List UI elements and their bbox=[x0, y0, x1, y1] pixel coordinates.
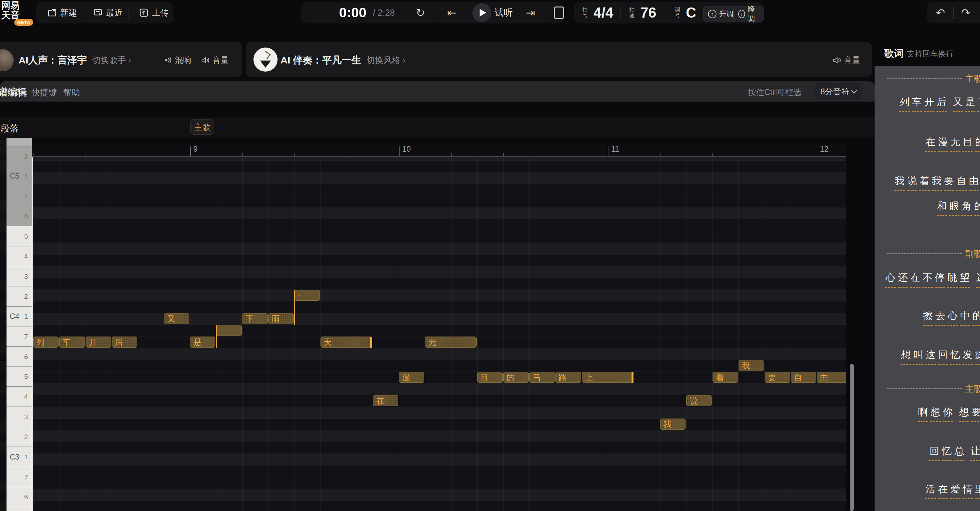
accomp-avatar[interactable] bbox=[253, 48, 278, 72]
note[interactable]: 是 bbox=[190, 336, 215, 348]
lyrics-line[interactable]: 活在爱情里 bbox=[925, 483, 980, 499]
go-to-start-button[interactable]: ⇤ bbox=[447, 2, 457, 24]
piano-black-key[interactable] bbox=[0, 361, 6, 373]
note[interactable]: - bbox=[294, 290, 320, 301]
piano-black-key[interactable] bbox=[0, 240, 6, 253]
lyrics-line[interactable]: 和眼角的 bbox=[937, 199, 980, 216]
redo-button[interactable]: ↷ bbox=[961, 2, 970, 24]
piano-key-7[interactable]: 7 bbox=[6, 467, 32, 487]
piano-key-5[interactable]: 5 bbox=[6, 367, 32, 387]
piano-key-partial[interactable] bbox=[6, 507, 32, 511]
measure-ruler[interactable]: 9101112 bbox=[32, 145, 846, 157]
piano-black-key[interactable] bbox=[0, 501, 6, 511]
section-tag-verse[interactable]: 主歌 bbox=[190, 119, 214, 135]
new-button[interactable]: 新建 bbox=[47, 2, 77, 24]
piano-black-key[interactable] bbox=[0, 441, 6, 453]
note[interactable]: 后 bbox=[111, 336, 137, 348]
piano-black-key[interactable] bbox=[0, 380, 6, 393]
piano-key-7[interactable]: 7 bbox=[6, 186, 32, 206]
piano-key-2[interactable]: 2 bbox=[6, 146, 32, 166]
note[interactable]: 下 bbox=[242, 313, 268, 324]
note[interactable]: 列 bbox=[33, 336, 59, 348]
go-to-end-button[interactable]: ⇥ bbox=[526, 2, 535, 24]
note[interactable]: 要 bbox=[765, 372, 790, 383]
note[interactable]: 自 bbox=[791, 372, 816, 383]
piano-black-key[interactable] bbox=[0, 341, 6, 353]
recent-button[interactable]: 最近 bbox=[93, 2, 123, 24]
note[interactable]: 目 bbox=[477, 372, 503, 383]
piano-key-2[interactable]: 2 bbox=[6, 287, 32, 307]
piano-key-5[interactable]: 5 bbox=[6, 226, 32, 247]
note-length-dropdown[interactable]: 8分音符 bbox=[815, 83, 862, 100]
lyrics-line[interactable]: 回忆总让 bbox=[929, 444, 980, 461]
lyrics-line[interactable]: 想叫这回忆发疯 bbox=[900, 348, 980, 365]
lyrics-line[interactable]: 擦去心中的 bbox=[923, 309, 980, 326]
note[interactable]: 在 bbox=[373, 395, 398, 406]
note[interactable]: 上 bbox=[582, 372, 633, 383]
note[interactable]: 由 bbox=[817, 372, 846, 383]
piano-key-C4[interactable]: 1C4 bbox=[6, 307, 32, 326]
shortcuts-menu[interactable]: 快捷键 bbox=[32, 87, 57, 98]
piano-key-2[interactable]: 2 bbox=[6, 427, 32, 447]
note[interactable]: 着 bbox=[713, 372, 738, 383]
note[interactable]: 开 bbox=[86, 336, 111, 348]
note-end-handle[interactable] bbox=[632, 372, 633, 383]
note[interactable]: 马 bbox=[529, 372, 555, 383]
piano-black-key[interactable] bbox=[0, 481, 6, 493]
piano-key-6[interactable]: 6 bbox=[6, 487, 32, 507]
piano-key-4[interactable]: 4 bbox=[6, 247, 32, 266]
accomp-volume-button[interactable]: 音量 bbox=[832, 55, 860, 65]
note-end-handle[interactable] bbox=[370, 337, 372, 348]
stop-button[interactable] bbox=[554, 2, 564, 24]
piano-key-3[interactable]: 3 bbox=[6, 266, 32, 287]
lyrics-line[interactable]: 我说着我要自由 bbox=[894, 175, 980, 191]
piano-key-partial[interactable] bbox=[6, 138, 32, 146]
lyrics-line[interactable]: 啊想你想要 bbox=[918, 406, 980, 422]
piano-black-key[interactable] bbox=[0, 200, 6, 212]
piano-black-key[interactable] bbox=[0, 280, 6, 293]
note[interactable]: 无 bbox=[425, 336, 477, 348]
playhead[interactable] bbox=[32, 157, 33, 511]
note[interactable]: 车 bbox=[59, 336, 85, 348]
note[interactable]: 我 bbox=[660, 419, 686, 430]
play-button[interactable] bbox=[473, 3, 491, 22]
preview-play[interactable]: 试听 bbox=[473, 2, 513, 24]
upload-button[interactable]: 上传 bbox=[139, 2, 169, 24]
piano-black-key[interactable] bbox=[0, 160, 6, 172]
undo-button[interactable]: ↶ bbox=[936, 2, 945, 24]
note[interactable]: 雨 bbox=[269, 313, 294, 324]
piano-black-key[interactable] bbox=[0, 220, 6, 232]
key-down-button[interactable]: ↓ 降调 bbox=[733, 6, 764, 21]
note[interactable]: 路 bbox=[555, 372, 581, 383]
piano-black-key[interactable] bbox=[0, 140, 6, 153]
vertical-scrollbar[interactable] bbox=[850, 364, 854, 511]
piano-black-key[interactable] bbox=[0, 301, 6, 313]
note[interactable]: 天 bbox=[320, 336, 372, 348]
lyrics-line[interactable]: 列车开后又是下 bbox=[899, 96, 980, 112]
loop-button[interactable]: ↻ bbox=[416, 2, 425, 24]
switch-style-button[interactable]: 切换风格 › bbox=[366, 55, 406, 66]
key-up-button[interactable]: ↑ 升调 bbox=[703, 6, 738, 21]
lyrics-editor[interactable]: 主歌列车开后又是下在漫无目的我说着我要自由和眼角的副歌心还在不停眺望远擦去心中的… bbox=[875, 66, 980, 511]
piano-key-C3[interactable]: 1C3 bbox=[6, 447, 32, 467]
note[interactable]: 又 bbox=[164, 313, 189, 324]
note[interactable]: 漫 bbox=[399, 372, 424, 383]
piano-roll-grid[interactable]: 列车开后又是-下雨-天在漫无目的马路上我说着我要自由 bbox=[32, 157, 846, 511]
lyrics-line[interactable]: 心还在不停眺望远 bbox=[885, 271, 980, 288]
piano-key-C5[interactable]: 1C5 bbox=[6, 166, 32, 186]
piano-black-key[interactable] bbox=[0, 421, 6, 433]
note[interactable]: 说 bbox=[686, 395, 711, 406]
piano-key-6[interactable]: 6 bbox=[6, 347, 32, 367]
switch-singer-button[interactable]: 切换歌手 › bbox=[92, 55, 131, 66]
note[interactable]: - bbox=[216, 325, 242, 336]
piano-key-3[interactable]: 3 bbox=[6, 407, 32, 427]
vocal-avatar[interactable] bbox=[0, 49, 14, 71]
help-menu[interactable]: 帮助 bbox=[63, 87, 80, 98]
piano-key-4[interactable]: 4 bbox=[6, 387, 32, 407]
piano-key-6[interactable]: 6 bbox=[6, 206, 32, 226]
note[interactable]: 的 bbox=[503, 372, 529, 383]
note[interactable]: 我 bbox=[738, 360, 764, 371]
reverb-button[interactable]: 混响 bbox=[163, 55, 191, 65]
lyrics-line[interactable]: 在漫无目的 bbox=[925, 135, 980, 152]
vocal-volume-button[interactable]: 音量 bbox=[201, 55, 229, 65]
